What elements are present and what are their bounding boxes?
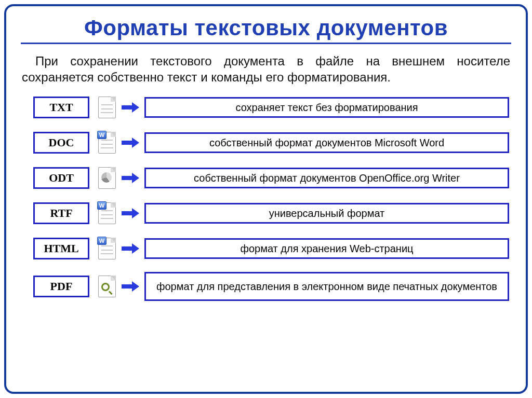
format-list: TXT сохраняет текст без форматирования D… <box>21 95 511 301</box>
desc-box: собственный формат документов OpenOffice… <box>144 168 509 188</box>
arrow-icon <box>122 243 140 254</box>
odt-file-icon <box>97 166 117 190</box>
row-odt: ODT собственный формат документов OpenOf… <box>33 166 511 190</box>
intro-paragraph: При сохранении текстового документа в фа… <box>21 53 511 85</box>
txt-file-icon <box>97 95 117 119</box>
slide-frame: Форматы текстовых документов При сохране… <box>4 4 528 394</box>
format-box: HTML <box>33 238 89 259</box>
rtf-file-icon: W <box>97 201 117 225</box>
row-doc: DOC W собственный формат документов Micr… <box>33 131 511 155</box>
format-box: TXT <box>33 97 89 118</box>
row-html: HTML W формат для хранения Web-страниц <box>33 237 511 260</box>
format-box: DOC <box>33 132 89 154</box>
doc-file-icon: W <box>97 131 117 155</box>
title-rule <box>21 43 511 44</box>
arrow-icon <box>122 208 140 218</box>
row-txt: TXT сохраняет текст без форматирования <box>33 95 511 119</box>
html-file-icon: W <box>97 237 117 260</box>
desc-box: сохраняет текст без форматирования <box>144 97 509 118</box>
desc-box: формат для хранения Web-страниц <box>144 238 509 259</box>
arrow-icon <box>122 173 140 183</box>
format-box: RTF <box>33 202 89 224</box>
arrow-icon <box>122 138 140 148</box>
row-pdf: PDF формат для представления в электронн… <box>33 272 511 301</box>
desc-box: универсальный формат <box>144 203 509 224</box>
desc-box: формат для представления в электронном в… <box>144 272 509 301</box>
row-rtf: RTF W универсальный формат <box>33 201 511 225</box>
format-box: ODT <box>33 167 89 189</box>
desc-box: собственный формат документов Microsoft … <box>144 132 509 153</box>
format-box: PDF <box>33 276 89 297</box>
slide-title: Форматы текстовых документов <box>21 16 511 43</box>
pdf-file-icon <box>97 275 117 298</box>
arrow-icon <box>122 281 140 292</box>
arrow-icon <box>122 102 140 113</box>
